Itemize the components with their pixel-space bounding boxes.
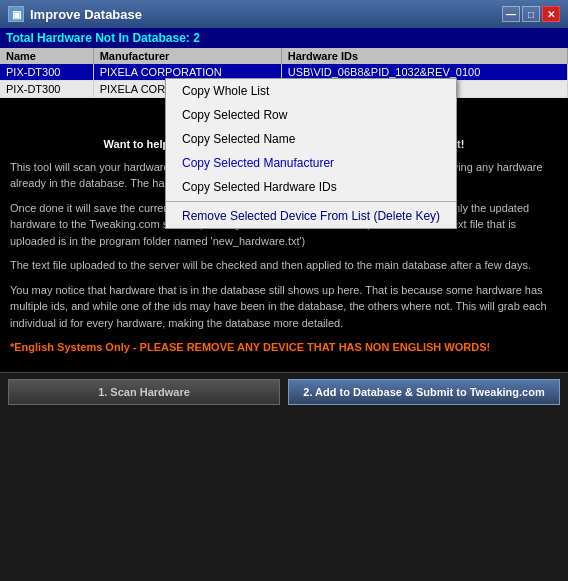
window-title: Improve Database bbox=[30, 7, 502, 22]
copy-selected-hardware-ids-menuitem[interactable]: Copy Selected Hardware IDs bbox=[166, 175, 456, 199]
table-header-row: Name Manufacturer Hardware IDs bbox=[0, 48, 568, 64]
context-menu: Copy Whole List Copy Selected Row Copy S… bbox=[165, 78, 457, 229]
info-paragraph-3: The text file uploaded to the server wil… bbox=[10, 257, 558, 274]
copy-selected-row-menuitem[interactable]: Copy Selected Row bbox=[166, 103, 456, 127]
submit-database-button[interactable]: 2. Add to Database & Submit to Tweaking.… bbox=[288, 379, 560, 405]
info-warning: *English Systems Only - PLEASE REMOVE AN… bbox=[10, 339, 558, 356]
titlebar-buttons: — □ ✕ bbox=[502, 6, 560, 22]
copy-whole-list-menuitem[interactable]: Copy Whole List bbox=[166, 79, 456, 103]
scan-hardware-button[interactable]: 1. Scan Hardware bbox=[8, 379, 280, 405]
remove-device-menuitem[interactable]: Remove Selected Device From List (Delete… bbox=[166, 204, 456, 228]
cell-name: PIX-DT300 bbox=[0, 81, 93, 98]
app-icon: ▣ bbox=[8, 6, 24, 22]
col-name: Name bbox=[0, 48, 93, 64]
hardware-table-area: Name Manufacturer Hardware IDs PIX-DT300… bbox=[0, 48, 568, 128]
col-manufacturer: Manufacturer bbox=[93, 48, 281, 64]
copy-selected-name-menuitem[interactable]: Copy Selected Name bbox=[166, 127, 456, 151]
copy-selected-manufacturer-menuitem[interactable]: Copy Selected Manufacturer bbox=[166, 151, 456, 175]
context-menu-separator bbox=[166, 201, 456, 202]
titlebar: ▣ Improve Database — □ ✕ bbox=[0, 0, 568, 28]
col-hardware-ids: Hardware IDs bbox=[281, 48, 567, 64]
hardware-count-header: Total Hardware Not In Database: 2 bbox=[0, 28, 568, 48]
info-paragraph-4: You may notice that hardware that is in … bbox=[10, 282, 558, 332]
minimize-button[interactable]: — bbox=[502, 6, 520, 22]
maximize-button[interactable]: □ bbox=[522, 6, 540, 22]
close-button[interactable]: ✕ bbox=[542, 6, 560, 22]
cell-name: PIX-DT300 bbox=[0, 64, 93, 81]
button-bar: 1. Scan Hardware 2. Add to Database & Su… bbox=[0, 372, 568, 411]
